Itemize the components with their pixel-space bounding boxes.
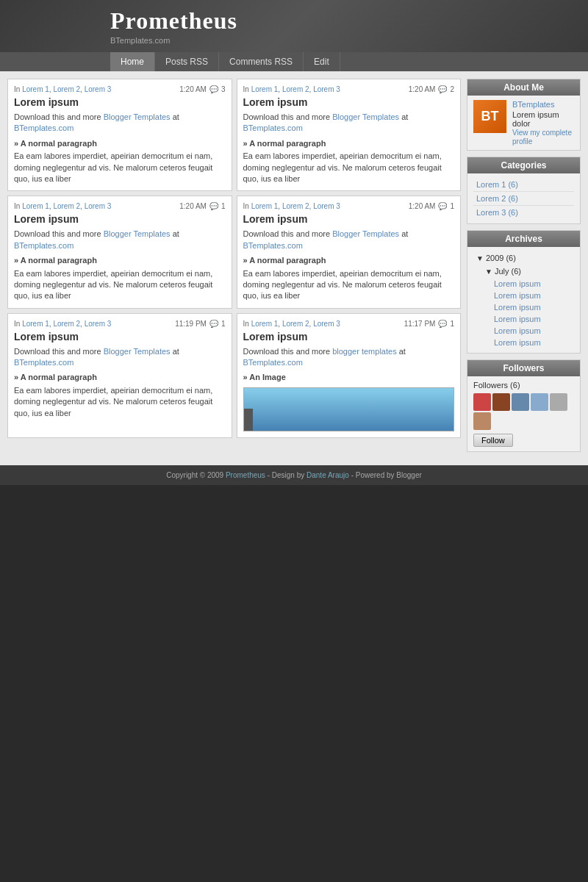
post-meta: In Lorem 1, Lorem 2, Lorem 3 1:20 AM 💬 1 <box>243 202 455 210</box>
btemplates-link[interactable]: BTemplates.com <box>243 123 303 132</box>
btemplates-link[interactable]: BTemplates.com <box>14 241 74 250</box>
nav-comments-rss[interactable]: Comments RSS <box>219 52 304 71</box>
archive-post-link[interactable]: Lorem ipsum <box>491 301 574 313</box>
tag-link[interactable]: Lorem 3 <box>313 202 340 210</box>
site-title: Prometheus <box>110 7 237 35</box>
tag-link[interactable]: Lorem 2 <box>53 85 80 93</box>
tag-link[interactable]: Lorem 1 <box>22 320 49 328</box>
follower-avatar <box>550 393 567 411</box>
blogger-name-link[interactable]: BTemplates <box>512 100 554 109</box>
nav-home[interactable]: Home <box>110 52 155 71</box>
archive-post-link[interactable]: Lorem ipsum <box>491 290 574 301</box>
category-item[interactable]: Lorem 2 (6) <box>473 192 574 206</box>
about-description: Lorem ipsum dolor <box>512 110 574 128</box>
tag-link[interactable]: Lorem 2 <box>53 202 80 210</box>
post-card: In Lorem 1, Lorem 2, Lorem 3 1:20 AM 💬 2… <box>237 79 462 191</box>
tag-link[interactable]: Lorem 3 <box>85 202 112 210</box>
followers-widget-body: Followers (6) Follow <box>467 376 580 451</box>
post-time-comments: 11:17 PM 💬 1 <box>404 320 454 328</box>
blogger-templates-link[interactable]: Blogger Templates <box>332 229 399 238</box>
posts-grid: In Lorem 1, Lorem 2, Lorem 3 1:20 AM 💬 3… <box>7 79 461 438</box>
tag-link[interactable]: Lorem 1 <box>251 320 279 328</box>
followers-widget: Followers Followers (6) Follow <box>467 359 581 452</box>
tag-link[interactable]: Lorem 1 <box>22 202 49 210</box>
tag-link[interactable]: Lorem 1 <box>251 85 279 93</box>
paragraph-title: » A normal paragraph <box>14 138 226 149</box>
follow-button[interactable]: Follow <box>473 434 513 447</box>
blogger-templates-link[interactable]: Blogger Templates <box>332 112 399 121</box>
btemplates-link[interactable]: BTemplates.com <box>14 358 74 367</box>
tag-link[interactable]: Lorem 3 <box>85 320 112 328</box>
post-title: Lorem ipsum <box>243 213 455 225</box>
about-widget-body: BT BTemplates Lorem ipsum dolor View my … <box>467 96 580 150</box>
post-tags: In Lorem 1, Lorem 2, Lorem 3 <box>14 320 111 328</box>
content-area: In Lorem 1, Lorem 2, Lorem 3 1:20 AM 💬 3… <box>7 79 461 458</box>
comment-icon: 💬 <box>209 202 218 210</box>
nav-edit[interactable]: Edit <box>304 52 340 71</box>
post-meta: In Lorem 1, Lorem 2, Lorem 3 11:19 PM 💬 … <box>14 320 226 328</box>
follower-avatar <box>512 393 529 411</box>
post-body: Download this and more Blogger Templates… <box>14 229 226 301</box>
main-content: In Lorem 1, Lorem 2, Lorem 3 1:20 AM 💬 3… <box>0 71 588 465</box>
post-title: Lorem ipsum <box>243 331 455 343</box>
tag-link[interactable]: Lorem 2 <box>282 320 309 328</box>
post-body: Download this and more Blogger Templates… <box>14 112 226 184</box>
btemplates-link[interactable]: BTemplates.com <box>243 358 303 367</box>
post-tags: In Lorem 1, Lorem 2, Lorem 3 <box>243 202 340 210</box>
tag-link[interactable]: Lorem 1 <box>22 85 49 93</box>
tag-link[interactable]: Lorem 2 <box>282 202 309 210</box>
nav-posts-rss[interactable]: Posts RSS <box>155 52 219 71</box>
about-profile: BT BTemplates Lorem ipsum dolor View my … <box>473 100 574 146</box>
footer-designer-link[interactable]: Dante Araujo <box>306 471 349 479</box>
tag-link[interactable]: Lorem 3 <box>85 85 112 93</box>
tag-link[interactable]: Lorem 2 <box>53 320 80 328</box>
post-title: Lorem ipsum <box>14 96 226 108</box>
toggle-icon: ▼ <box>476 254 484 262</box>
site-subtitle: BTemplates.com <box>110 36 237 45</box>
post-card: In Lorem 1, Lorem 2, Lorem 3 1:20 AM 💬 1… <box>237 196 462 308</box>
post-time-comments: 1:20 AM 💬 1 <box>179 202 225 210</box>
archive-month[interactable]: ▼July (6) <box>473 265 574 278</box>
followers-count: Followers (6) <box>473 381 574 390</box>
view-profile-link[interactable]: View my complete profile <box>512 129 572 146</box>
follower-avatars <box>473 393 574 430</box>
post-body: Download this and more Blogger Templates… <box>14 346 226 419</box>
btemplates-link[interactable]: BTemplates.com <box>14 123 74 132</box>
blogger-templates-link[interactable]: blogger templates <box>332 347 396 356</box>
follower-avatar <box>473 412 491 430</box>
btemplates-link[interactable]: BTemplates.com <box>243 241 303 250</box>
blogger-templates-link[interactable]: Blogger Templates <box>104 229 171 238</box>
archive-posts: Lorem ipsum Lorem ipsum Lorem ipsum Lore… <box>473 278 574 348</box>
archives-widget-body: ▼2009 (6) ▼July (6) Lorem ipsum Lorem ip… <box>467 247 580 353</box>
category-item[interactable]: Lorem 3 (6) <box>473 206 574 219</box>
comment-icon: 💬 <box>438 320 447 328</box>
archive-post-link[interactable]: Lorem ipsum <box>491 325 574 337</box>
post-card: In Lorem 1, Lorem 2, Lorem 3 1:20 AM 💬 1… <box>7 196 232 308</box>
archive-post-link[interactable]: Lorem ipsum <box>491 337 574 348</box>
blogger-templates-link[interactable]: Blogger Templates <box>104 112 171 121</box>
comment-icon: 💬 <box>438 202 447 210</box>
follower-avatar <box>473 393 491 411</box>
paragraph-title: » An Image <box>243 372 455 383</box>
followers-widget-title: Followers <box>467 360 580 376</box>
paragraph-title: » A normal paragraph <box>243 138 455 149</box>
archive-post-link[interactable]: Lorem ipsum <box>491 313 574 325</box>
post-card: In Lorem 1, Lorem 2, Lorem 3 11:19 PM 💬 … <box>7 313 232 438</box>
comment-icon: 💬 <box>209 85 218 93</box>
follower-avatar <box>531 393 548 411</box>
tag-link[interactable]: Lorem 3 <box>313 320 340 328</box>
blogger-templates-link[interactable]: Blogger Templates <box>104 347 171 356</box>
tag-link[interactable]: Lorem 1 <box>251 202 279 210</box>
comment-icon: 💬 <box>209 320 218 328</box>
category-item[interactable]: Lorem 1 (6) <box>473 178 574 192</box>
archive-year[interactable]: ▼2009 (6) <box>473 251 574 265</box>
footer-site-link[interactable]: Prometheus <box>226 471 265 479</box>
tag-link[interactable]: Lorem 2 <box>282 85 309 93</box>
tag-link[interactable]: Lorem 3 <box>313 85 340 93</box>
post-body: Download this and more Blogger Templates… <box>243 112 455 184</box>
archive-post-link[interactable]: Lorem ipsum <box>491 278 574 290</box>
sidebar: About Me BT BTemplates Lorem ipsum dolor… <box>467 79 581 458</box>
post-tags: In Lorem 1, Lorem 2, Lorem 3 <box>14 202 111 210</box>
categories-widget-title: Categories <box>467 157 580 173</box>
post-tags: In Lorem 1, Lorem 2, Lorem 3 <box>243 320 340 328</box>
